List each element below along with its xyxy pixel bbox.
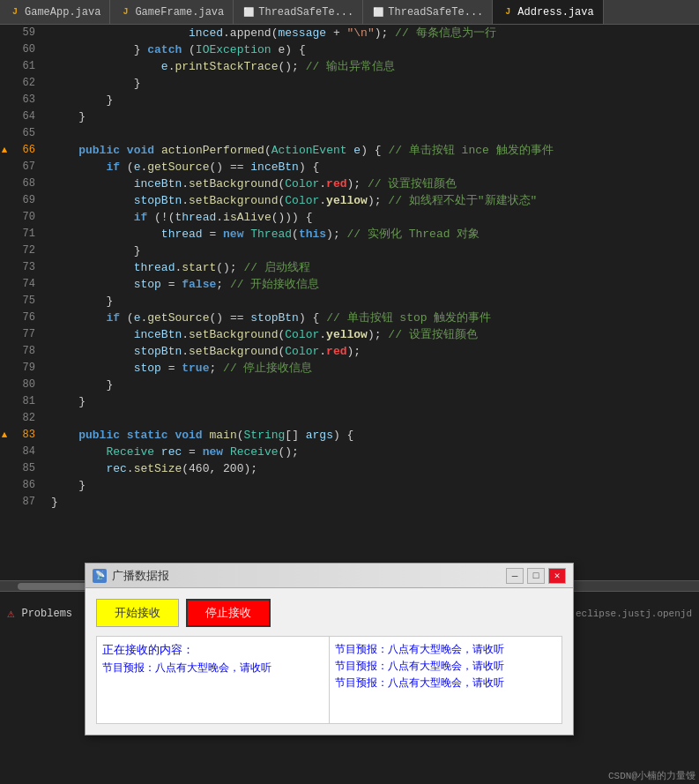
right-line-2: 节目预报：八点有大型晚会，请收听 [335, 659, 556, 676]
line-num-85: 85 [0, 460, 44, 477]
line-content-69: stopBtn.setBackground(Color.yellow); // … [44, 192, 699, 209]
right-line-3: 节目预报：八点有大型晚会，请收听 [335, 676, 556, 692]
line-num-78: 78 [0, 343, 44, 360]
code-line-61: 61 e.printStackTrace(); // 输出异常信息 [0, 58, 699, 75]
dialog-title-text: 广播数据报 [112, 568, 169, 584]
line-content-60: } catch (IOException e) { [44, 41, 699, 58]
code-line-79: 79 stop = true; // 停止接收信息 [0, 360, 699, 377]
line-content-79: stop = true; // 停止接收信息 [44, 360, 699, 377]
code-line-68: 68 inceBtn.setBackground(Color.red); // … [0, 175, 699, 192]
dialog-body: 开始接收 停止接收 正在接收的内容： 节目预报：八点有大型晚会，请收听 节目预报… [86, 588, 573, 735]
problem-label: Problems [21, 608, 72, 620]
dialog-titlebar: 📡 广播数据报 — □ ✕ [86, 564, 573, 588]
code-line-73: 73 thread.start(); // 启动线程 [0, 259, 699, 276]
line-num-64: 64 [0, 108, 44, 125]
line-content-72: } [44, 243, 699, 259]
tab-address[interactable]: J Address.java [493, 0, 603, 24]
code-line-84: 84 Receive rec = new Receive(); [0, 444, 699, 460]
line-num-68: 68 [0, 175, 44, 192]
dialog-close-button[interactable]: ✕ [548, 568, 566, 584]
code-line-85: 85 rec.setSize(460, 200); [0, 460, 699, 477]
dialog-window-controls: — □ ✕ [506, 568, 566, 584]
line-content-74: stop = false; // 开始接收信息 [44, 276, 699, 293]
code-editor[interactable]: 59 inced.append(message + "\n"); // 每条信息… [0, 25, 699, 580]
line-content-78: stopBtn.setBackground(Color.red); [44, 343, 699, 360]
line-num-60: 60 [0, 41, 44, 58]
line-content-63: } [44, 92, 699, 108]
code-line-77: 77 inceBtn.setBackground(Color.yellow); … [0, 326, 699, 343]
java-icon-1: J [9, 6, 21, 19]
code-line-72: 72 } [0, 243, 699, 259]
code-line-78: 78 stopBtn.setBackground(Color.red); [0, 343, 699, 360]
eclipse-label: eclipse.justj.openjd [576, 609, 692, 619]
code-line-83: 83▲ public static void main(String[] arg… [0, 427, 699, 444]
dialog-title-area: 📡 广播数据报 [93, 568, 169, 584]
line-num-59: 59 [0, 25, 44, 41]
receiving-line-1: 节目预报：八点有大型晚会，请收听 [102, 661, 323, 677]
line-content-85: rec.setSize(460, 200); [44, 460, 699, 477]
code-line-80: 80 } [0, 377, 699, 393]
code-line-63: 63 } [0, 92, 699, 108]
line-num-70: 70 [0, 209, 44, 226]
line-num-74: 74 [0, 276, 44, 293]
java-icon-4: ⬜ [372, 6, 384, 19]
code-line-62: 62 } [0, 75, 699, 92]
line-num-87: 87 [0, 494, 44, 511]
line-content-61: e.printStackTrace(); // 输出异常信息 [44, 58, 699, 75]
line-num-86: 86 [0, 477, 44, 494]
code-line-67: 67 if (e.getSource() == inceBtn) { [0, 159, 699, 175]
stop-receive-button[interactable]: 停止接收 [186, 599, 271, 627]
dialog-minimize-button[interactable]: — [506, 568, 524, 584]
line-content-76: if (e.getSource() == stopBtn) { // 单击按钮 … [44, 310, 699, 326]
scroll-thumb-horizontal[interactable] [18, 583, 88, 590]
line-num-62: 62 [0, 75, 44, 92]
line-num-83: 83▲ [0, 427, 44, 444]
start-receive-button[interactable]: 开始接收 [96, 599, 179, 627]
line-content-77: inceBtn.setBackground(Color.yellow); // … [44, 326, 699, 343]
code-line-65: 65 [0, 125, 699, 142]
line-content-84: Receive rec = new Receive(); [44, 444, 699, 460]
tab-threadsafe1[interactable]: ⬜ ThreadSafeTe... [234, 0, 363, 24]
line-content-83: public static void main(String[] args) { [44, 427, 699, 444]
broadcast-dialog: 📡 广播数据报 — □ ✕ 开始接收 停止接收 正在接收的内容： 节目预报：八点… [85, 563, 574, 735]
code-line-64: 64 } [0, 108, 699, 125]
line-content-64: } [44, 108, 699, 125]
tab-gameframe[interactable]: J GameFrame.java [110, 0, 234, 24]
line-content-82 [44, 410, 699, 427]
tab-threadsafe2[interactable]: ⬜ ThreadSafeTe... [363, 0, 493, 24]
line-content-67: if (e.getSource() == inceBtn) { [44, 159, 699, 175]
dialog-maximize-button[interactable]: □ [527, 568, 545, 584]
java-icon-3: ⬜ [242, 6, 255, 19]
line-num-84: 84 [0, 444, 44, 460]
java-icon-2: J [119, 6, 131, 19]
tab-bar: J GameApp.java J GameFrame.java ⬜ Thread… [0, 0, 699, 25]
line-num-72: 72 [0, 243, 44, 259]
tab-label-2: GameFrame.java [135, 6, 224, 19]
code-line-76: 76 if (e.getSource() == stopBtn) { // 单击… [0, 310, 699, 326]
dialog-content-area: 正在接收的内容： 节目预报：八点有大型晚会，请收听 节目预报：八点有大型晚会，请… [96, 636, 562, 724]
java-icon-5: J [502, 6, 514, 19]
line-content-87: } [44, 494, 699, 511]
dialog-app-icon: 📡 [93, 569, 107, 583]
dialog-right-panel: 节目预报：八点有大型晚会，请收听 节目预报：八点有大型晚会，请收听 节目预报：八… [330, 637, 561, 723]
line-num-77: 77 [0, 326, 44, 343]
line-num-80: 80 [0, 377, 44, 393]
line-content-71: thread = new Thread(this); // 实例化 Thread… [44, 226, 699, 243]
code-line-66: 66▲ public void actionPerformed(ActionEv… [0, 142, 699, 159]
line-content-65 [44, 125, 699, 142]
tab-label-5: Address.java [517, 6, 593, 19]
dialog-button-row: 开始接收 停止接收 [96, 599, 562, 627]
code-line-69: 69 stopBtn.setBackground(Color.yellow); … [0, 192, 699, 209]
line-num-66: 66▲ [0, 142, 44, 159]
line-content-68: inceBtn.setBackground(Color.red); // 设置按… [44, 175, 699, 192]
line-content-62: } [44, 75, 699, 92]
code-line-82: 82 [0, 410, 699, 427]
line-content-66: public void actionPerformed(ActionEvent … [44, 142, 699, 159]
line-num-79: 79 [0, 360, 44, 377]
line-content-75: } [44, 293, 699, 310]
line-num-75: 75 [0, 293, 44, 310]
code-line-74: 74 stop = false; // 开始接收信息 [0, 276, 699, 293]
line-num-76: 76 [0, 310, 44, 326]
line-content-86: } [44, 477, 699, 494]
tab-gameapp[interactable]: J GameApp.java [0, 0, 110, 24]
